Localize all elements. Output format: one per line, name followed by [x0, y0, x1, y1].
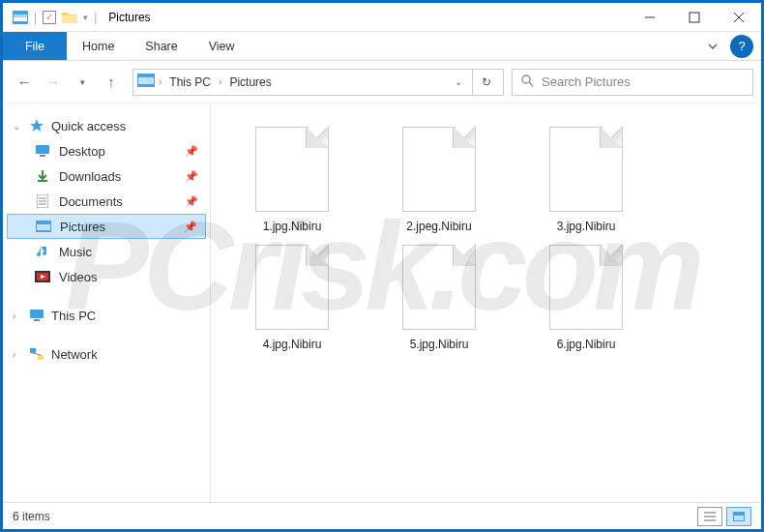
content-pane[interactable]: 1.jpg.Nibiru2.jpeg.Nibiru3.jpg.Nibiru4.j…	[211, 103, 761, 502]
tab-home[interactable]: Home	[67, 32, 130, 60]
star-icon	[28, 118, 45, 133]
svg-rect-12	[40, 155, 45, 157]
breadcrumb[interactable]: Pictures	[225, 75, 275, 89]
music-icon	[34, 245, 51, 258]
pc-icon	[28, 309, 45, 322]
file-item[interactable]: 1.jpg.Nibiru	[230, 127, 354, 233]
svg-rect-22	[30, 310, 44, 318]
file-item[interactable]: 6.jpg.Nibiru	[524, 245, 648, 351]
sidebar-this-pc[interactable]: › This PC	[7, 303, 206, 328]
svg-point-9	[522, 75, 530, 83]
svg-rect-11	[36, 145, 49, 154]
separator: |	[34, 11, 37, 24]
refresh-button[interactable]: ↻	[472, 70, 499, 95]
search-input[interactable]: Search Pictures	[512, 69, 753, 96]
svg-rect-24	[30, 348, 36, 353]
desktop-icon	[34, 144, 51, 158]
search-placeholder: Search Pictures	[542, 74, 631, 89]
file-name: 5.jpg.Nibiru	[410, 338, 469, 351]
qa-dropdown-icon[interactable]: ▾	[83, 13, 88, 22]
back-button[interactable]: ←	[11, 69, 38, 96]
sidebar-item-pictures[interactable]: Pictures📌	[7, 214, 206, 239]
recent-dropdown-icon[interactable]: ▾	[69, 69, 96, 96]
item-count: 6 items	[13, 510, 50, 523]
file-icon	[255, 245, 329, 330]
downloads-icon	[34, 169, 51, 183]
address-bar[interactable]: › This PC › Pictures ⌄ ↻	[132, 69, 504, 96]
pin-icon: 📌	[185, 195, 198, 208]
ribbon-expand-icon[interactable]	[695, 32, 730, 60]
pin-icon: 📌	[185, 145, 198, 158]
maximize-button[interactable]	[672, 3, 717, 32]
app-icon	[13, 11, 28, 24]
sidebar-item-music[interactable]: Music	[7, 239, 206, 264]
documents-icon	[34, 194, 51, 208]
sidebar-item-label: Music	[59, 245, 92, 259]
svg-rect-23	[34, 319, 40, 321]
sidebar-item-label: Network	[51, 347, 98, 362]
sidebar-item-documents[interactable]: Documents📌	[7, 189, 206, 214]
chevron-down-icon[interactable]: ⌄	[13, 121, 22, 132]
status-bar: 6 items	[3, 502, 761, 529]
tab-view[interactable]: View	[193, 32, 250, 60]
chevron-right-icon[interactable]: ›	[159, 76, 162, 87]
title-bar-left: | ✓ ▾ | Pictures	[3, 11, 628, 24]
videos-icon	[34, 271, 51, 282]
file-tab[interactable]: File	[3, 32, 67, 60]
help-button[interactable]: ?	[730, 35, 753, 58]
file-item[interactable]: 2.jpeg.Nibiru	[377, 127, 501, 233]
network-icon	[28, 347, 45, 361]
svg-line-26	[33, 353, 41, 355]
file-icon	[402, 127, 476, 212]
sidebar-item-label: Desktop	[59, 144, 105, 159]
address-dropdown-icon[interactable]: ⌄	[449, 76, 468, 87]
svg-rect-8	[138, 77, 154, 84]
file-icon	[549, 127, 623, 212]
file-name: 4.jpg.Nibiru	[263, 338, 322, 351]
file-item[interactable]: 4.jpg.Nibiru	[230, 245, 354, 351]
minimize-button[interactable]	[628, 3, 672, 32]
svg-rect-31	[734, 516, 744, 520]
details-view-button[interactable]	[697, 507, 722, 526]
sidebar-item-downloads[interactable]: Downloads📌	[7, 163, 206, 189]
sidebar-item-videos[interactable]: Videos	[7, 264, 206, 289]
svg-rect-2	[14, 15, 27, 17]
close-button[interactable]	[717, 3, 761, 32]
chevron-right-icon[interactable]: ›	[13, 310, 22, 321]
up-button[interactable]: ↑	[98, 69, 125, 96]
body: ⌄ Quick access Desktop📌Downloads📌Documen…	[3, 103, 761, 502]
sidebar-item-label: This PC	[51, 309, 96, 323]
chevron-right-icon[interactable]: ›	[13, 349, 22, 360]
search-icon	[520, 74, 534, 90]
pin-icon: 📌	[184, 221, 197, 233]
file-icon	[255, 127, 329, 212]
file-icon	[402, 245, 476, 330]
sidebar-item-label: Downloads	[59, 169, 121, 184]
sidebar-item-desktop[interactable]: Desktop📌	[7, 138, 206, 163]
file-icon	[549, 245, 623, 330]
qa-check-icon[interactable]: ✓	[43, 11, 56, 24]
file-name: 3.jpg.Nibiru	[557, 220, 616, 233]
sidebar-item-label: Documents	[59, 194, 123, 209]
svg-rect-4	[690, 13, 699, 22]
file-item[interactable]: 3.jpg.Nibiru	[524, 127, 648, 233]
file-item[interactable]: 5.jpg.Nibiru	[377, 245, 501, 351]
ribbon: File Home Share View ?	[3, 32, 761, 61]
forward-button[interactable]: →	[40, 69, 67, 96]
file-name: 6.jpg.Nibiru	[557, 338, 616, 351]
file-grid: 1.jpg.Nibiru2.jpeg.Nibiru3.jpg.Nibiru4.j…	[230, 127, 742, 351]
sidebar-network[interactable]: › Network	[7, 341, 206, 367]
sidebar-item-label: Videos	[59, 270, 98, 284]
sidebar-item-label: Pictures	[60, 220, 105, 234]
navigation-pane: ⌄ Quick access Desktop📌Downloads📌Documen…	[3, 103, 211, 502]
explorer-window: | ✓ ▾ | Pictures File Home Share View ? …	[0, 0, 764, 532]
svg-rect-19	[37, 224, 50, 230]
thumbnails-view-button[interactable]	[726, 507, 751, 526]
tab-share[interactable]: Share	[130, 32, 192, 60]
svg-rect-25	[38, 355, 44, 360]
sidebar-quick-access[interactable]: ⌄ Quick access	[7, 113, 206, 138]
window-controls	[628, 3, 761, 32]
chevron-right-icon[interactable]: ›	[219, 76, 221, 87]
window-title: Pictures	[103, 11, 150, 24]
breadcrumb[interactable]: This PC	[165, 75, 215, 89]
